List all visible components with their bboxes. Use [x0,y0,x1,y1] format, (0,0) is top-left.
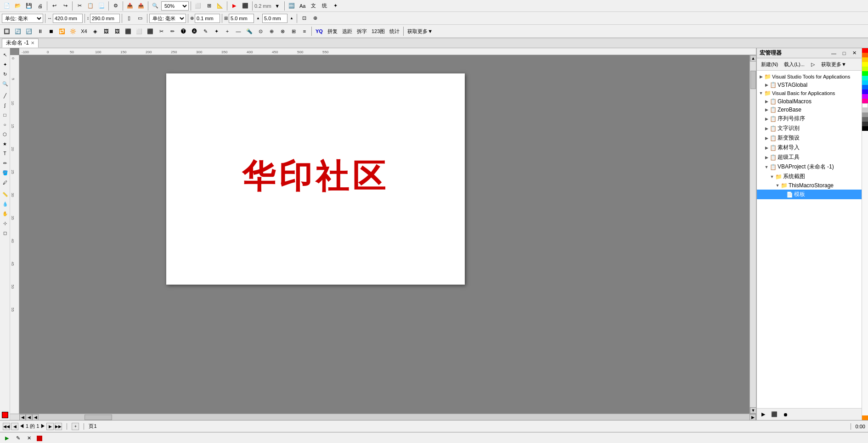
unit-select[interactable]: 单位: 毫米 [149,14,186,23]
new-macro-btn[interactable]: 新建(N) [759,60,780,69]
page-last-btn[interactable]: ▶▶ [55,423,62,430]
panel-play-btn[interactable]: ▶ [759,410,768,419]
color-blue2[interactable] [862,90,868,94]
tool-text[interactable]: T [0,149,10,158]
hscroll-track[interactable] [39,414,750,421]
page-prev-btn[interactable]: ◀ [11,423,18,430]
run-macro-btn[interactable]: ▷ [808,60,817,69]
panel-minimize-btn[interactable]: — [829,49,839,58]
undo-btn[interactable]: ↩ [49,1,59,11]
tool-hand[interactable]: ✋ [0,209,10,218]
add-page-btn[interactable]: + [72,423,79,430]
tb3-10[interactable]: 🖼 [101,26,111,36]
width-input[interactable] [53,14,83,23]
tree-super-tools[interactable]: ▶ 📋 超级工具 [757,152,862,162]
yq-btn[interactable]: YQ [314,26,325,36]
tool-curve[interactable]: ∫ [0,101,10,110]
hscroll-right-btn[interactable]: ▶ [750,414,756,421]
misc2[interactable]: Aa [298,1,308,11]
vscroll-thumb[interactable] [750,71,756,89]
zoom-btn[interactable]: 🔍 [150,1,160,11]
snap-btn[interactable]: 📐 [215,1,225,11]
misc4[interactable]: 统 [320,1,330,11]
color-teal1[interactable] [862,76,868,80]
tab-close-btn[interactable]: ✕ [31,40,34,45]
tool-rotate[interactable]: ↻ [0,69,10,79]
tree-new-var[interactable]: ▶ 📋 新变预设 [757,133,862,143]
panel-stop-btn[interactable]: ⬛ [769,410,780,419]
tool-select[interactable]: ↖ [0,50,10,59]
tree-text-recog[interactable]: ▶ 📋 文字识别 [757,123,862,133]
misc5[interactable]: ✦ [331,1,341,11]
color-lime1[interactable] [862,67,868,71]
color-white[interactable] [862,103,868,108]
tb3-18[interactable]: 🅐 [189,26,199,36]
save-btn[interactable]: 💾 [24,1,34,11]
import-btn[interactable]: 📥 [125,1,135,11]
tb3-23[interactable]: 🔦 [244,26,254,36]
tb3-9[interactable]: ◈ [90,26,100,36]
tb3-17[interactable]: 🅣 [178,26,188,36]
tool-pen[interactable]: 🖊 [0,178,10,187]
canvas-scroll[interactable]: 华印社区 [19,55,750,414]
tool-fill[interactable]: 🪣 [0,168,10,177]
tb3-12[interactable]: ⬛ [123,26,133,36]
tb3-6[interactable]: 🔁 [57,26,67,36]
tree-vba-root[interactable]: ▼ 📁 Visual Basic for Applications [757,89,862,97]
vscroll-track[interactable] [750,62,756,407]
color-dgray[interactable] [862,117,868,122]
tree-this-macro[interactable]: ▼ 📁 ThisMacroStorage [757,181,862,190]
grid-btn[interactable]: ⊞ [204,1,214,11]
page-first-btn[interactable]: ◀◀ [3,423,10,430]
num-btn[interactable]: 123图 [370,26,387,36]
cut-btn[interactable]: ✂ [74,1,85,11]
tb3-13[interactable]: ⬜ [134,26,144,36]
tb3-21[interactable]: + [222,26,232,36]
tb3-2[interactable]: 🔄 [13,26,23,36]
color-extra[interactable] [862,415,868,420]
tree-serial-sort[interactable]: ▶ 📋 序列号排序 [757,114,862,123]
misc3[interactable]: 文 [309,1,319,11]
grid2-input[interactable] [262,14,287,23]
tb3-25[interactable]: ⊕ [266,26,276,36]
panel-close-btn[interactable]: ✕ [850,49,859,58]
view-btn[interactable]: ⬜ [193,1,203,11]
print-btn[interactable]: 🖨 [35,1,45,11]
copy-btn[interactable]: 📋 [85,1,96,11]
tb3-3[interactable]: 🔃 [24,26,34,36]
color-lgray[interactable] [862,108,868,112]
tree-doc-module[interactable]: 📄 模板 [757,190,862,199]
hscroll-left2-btn[interactable]: ◀ [26,414,32,421]
bottom-stop-btn[interactable]: ✕ [24,433,34,443]
tb3-26[interactable]: ⊗ [277,26,287,36]
xuanju-btn[interactable]: 选距 [340,26,354,36]
color-black[interactable] [862,126,868,131]
panel-restore-btn[interactable]: □ [840,49,849,58]
misc1[interactable]: 🔤 [287,1,297,11]
tb3-5[interactable]: ⏹ [46,26,56,36]
open-btn[interactable]: 📂 [13,1,23,11]
tb3-24[interactable]: ⊙ [255,26,265,36]
color-pink[interactable] [862,99,868,103]
hscroll-thumb[interactable] [85,415,112,420]
page-next-btn[interactable]: ▶ [46,423,54,430]
color-darker[interactable] [862,122,868,126]
get-more-btn[interactable]: 获取更多▼ [819,60,849,69]
tool-paint[interactable]: ✏ [0,158,10,168]
tree-vstaglobal[interactable]: ▶ 📋 VSTAGlobal [757,81,862,89]
settings-btn[interactable]: ⚙ [111,1,121,11]
pinfu-btn[interactable]: 拼复 [326,26,339,36]
fit-zoom[interactable]: ⊕ [310,13,320,23]
tree-system-view[interactable]: ▼ 📁 系统截图 [757,172,862,181]
tool-measure[interactable]: 📏 [0,190,10,199]
orient-landscape[interactable]: ▭ [135,13,145,23]
color-orange[interactable] [862,53,868,57]
grid1-input[interactable] [229,14,254,23]
chazi-btn[interactable]: 拆字 [355,26,369,36]
tree-zerobase[interactable]: ▶ 📋 ZeroBase [757,106,862,114]
linewidth-down[interactable]: ▼ [272,1,282,11]
color-purple[interactable] [862,94,868,99]
tb3-28[interactable]: ≡ [299,26,310,36]
tb3-16[interactable]: ✏ [167,26,177,36]
tool-ellipse[interactable]: ○ [0,120,10,129]
